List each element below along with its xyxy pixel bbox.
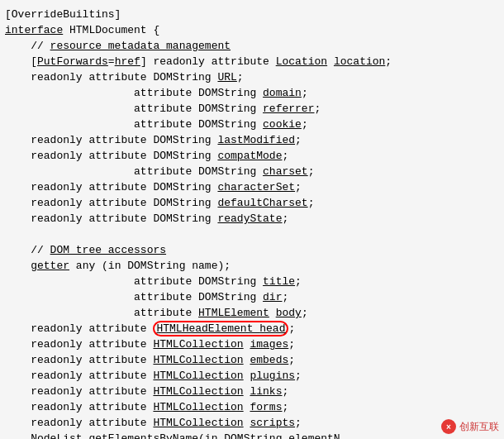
- code-line: readonly attribute DOMString characterSe…: [5, 179, 499, 195]
- code-text: readonly attribute HTMLCollection images…: [5, 336, 295, 352]
- code-line: attribute DOMString cookie;: [5, 117, 499, 132]
- code-text: readonly attribute HTMLCollection forms;: [5, 399, 288, 415]
- code-line: readonly attribute HTMLCollection links;: [5, 384, 499, 399]
- code-line: readonly attribute DOMString URL;: [5, 69, 499, 85]
- code-text: // DOM tree accessors: [5, 242, 166, 258]
- code-text: readonly attribute DOMString readyState;: [5, 211, 288, 227]
- code-text: attribute DOMString referrer;: [5, 101, 321, 117]
- code-text: NodeList getElementsByName(in DOMString …: [5, 431, 340, 439]
- highlighted-line: readonly attribute HTMLHeadElement head;: [5, 321, 499, 336]
- code-text: readonly attribute HTMLCollection script…: [5, 415, 302, 431]
- code-text: readonly attribute DOMString URL;: [5, 69, 244, 85]
- code-line: readonly attribute DOMString lastModifie…: [5, 132, 499, 148]
- code-line: readonly attribute DOMString readyState;: [5, 211, 499, 227]
- code-line: // DOM tree accessors: [5, 242, 499, 258]
- code-text: attribute DOMString dir;: [5, 289, 288, 305]
- code-line: [5, 227, 499, 242]
- code-text: readonly attribute DOMString characterSe…: [5, 179, 302, 195]
- code-text: getter any (in DOMString name);: [5, 258, 231, 274]
- code-line: readonly attribute HTMLCollection script…: [5, 415, 499, 431]
- code-text: interface HTMLDocument {: [5, 22, 159, 38]
- code-line: readonly attribute HTMLCollection forms;: [5, 399, 499, 415]
- code-line: readonly attribute HTMLCollection images…: [5, 336, 499, 352]
- code-text: readonly attribute DOMString lastModifie…: [5, 132, 302, 148]
- code-line: [OverrideBuiltins]: [5, 7, 499, 22]
- code-line: attribute DOMString title;: [5, 274, 499, 289]
- code-text: attribute DOMString charset;: [5, 164, 314, 179]
- code-line: attribute DOMString dir;: [5, 289, 499, 305]
- code-text: readonly attribute DOMString defaultChar…: [5, 195, 314, 211]
- code-text: readonly attribute HTMLHeadElement head;: [5, 321, 295, 336]
- watermark-icon: ×: [441, 419, 456, 434]
- code-text: attribute DOMString domain;: [5, 85, 308, 101]
- code-text: attribute DOMString title;: [5, 274, 302, 289]
- code-line: [PutForwards=href] readonly attribute Lo…: [5, 54, 499, 69]
- code-line: readonly attribute DOMString compatMode;: [5, 148, 499, 164]
- code-text: [OverrideBuiltins]: [5, 7, 121, 22]
- code-text: // resource metadata management: [5, 38, 231, 54]
- code-line: attribute DOMString referrer;: [5, 101, 499, 117]
- code-line: readonly attribute HTMLCollection embeds…: [5, 352, 499, 368]
- code-text: attribute DOMString cookie;: [5, 117, 308, 132]
- code-text: readonly attribute DOMString compatMode;: [5, 148, 288, 164]
- watermark: × 创新互联: [441, 419, 499, 434]
- code-text: attribute HTMLElement body;: [5, 305, 308, 321]
- code-line: NodeList getElementsByName(in DOMString …: [5, 431, 499, 439]
- code-line: attribute DOMString domain;: [5, 85, 499, 101]
- code-text: [5, 227, 12, 242]
- code-text: readonly attribute HTMLCollection links;: [5, 384, 288, 399]
- code-line: getter any (in DOMString name);: [5, 258, 499, 274]
- code-text: [PutForwards=href] readonly attribute Lo…: [5, 54, 392, 69]
- code-line: attribute DOMString charset;: [5, 164, 499, 179]
- watermark-text: 创新互联: [459, 420, 499, 434]
- code-text: readonly attribute HTMLCollection plugin…: [5, 368, 302, 384]
- code-container: [OverrideBuiltins] interface HTMLDocumen…: [0, 0, 504, 439]
- code-line: readonly attribute HTMLCollection plugin…: [5, 368, 499, 384]
- code-line: // resource metadata management: [5, 38, 499, 54]
- code-line: attribute HTMLElement body;: [5, 305, 499, 321]
- code-line: readonly attribute DOMString defaultChar…: [5, 195, 499, 211]
- code-line: interface HTMLDocument {: [5, 22, 499, 38]
- code-text: readonly attribute HTMLCollection embeds…: [5, 352, 295, 368]
